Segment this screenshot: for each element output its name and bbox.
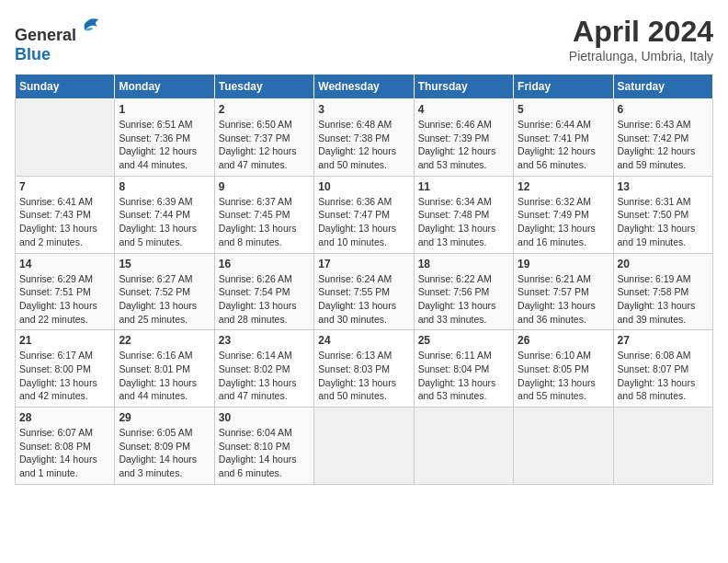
day-info: Sunrise: 6:37 AM Sunset: 7:45 PM Dayligh… — [219, 195, 310, 249]
calendar-cell: 8Sunrise: 6:39 AM Sunset: 7:44 PM Daylig… — [115, 176, 214, 253]
day-info: Sunrise: 6:46 AM Sunset: 7:39 PM Dayligh… — [418, 118, 509, 172]
calendar-cell: 5Sunrise: 6:44 AM Sunset: 7:41 PM Daylig… — [514, 99, 613, 177]
calendar-cell: 16Sunrise: 6:26 AM Sunset: 7:54 PM Dayli… — [214, 253, 313, 330]
calendar-cell: 30Sunrise: 6:04 AM Sunset: 8:10 PM Dayli… — [214, 408, 313, 485]
day-number: 19 — [518, 258, 609, 270]
calendar-cell: 28Sunrise: 6:07 AM Sunset: 8:08 PM Dayli… — [16, 408, 115, 485]
day-number: 5 — [518, 103, 609, 116]
week-row-2: 7Sunrise: 6:41 AM Sunset: 7:43 PM Daylig… — [16, 176, 713, 253]
day-info: Sunrise: 6:32 AM Sunset: 7:49 PM Dayligh… — [518, 195, 609, 249]
day-info: Sunrise: 6:14 AM Sunset: 8:02 PM Dayligh… — [219, 349, 310, 403]
calendar-cell: 1Sunrise: 6:51 AM Sunset: 7:36 PM Daylig… — [115, 99, 214, 177]
week-row-3: 14Sunrise: 6:29 AM Sunset: 7:51 PM Dayli… — [16, 253, 713, 330]
day-info: Sunrise: 6:34 AM Sunset: 7:48 PM Dayligh… — [418, 195, 509, 249]
calendar-cell: 4Sunrise: 6:46 AM Sunset: 7:39 PM Daylig… — [414, 99, 513, 177]
day-info: Sunrise: 6:11 AM Sunset: 8:04 PM Dayligh… — [418, 349, 509, 403]
day-number: 6 — [618, 103, 709, 116]
calendar-cell: 27Sunrise: 6:08 AM Sunset: 8:07 PM Dayli… — [613, 330, 712, 408]
calendar-cell: 13Sunrise: 6:31 AM Sunset: 7:50 PM Dayli… — [613, 176, 712, 253]
day-info: Sunrise: 6:04 AM Sunset: 8:10 PM Dayligh… — [219, 426, 310, 480]
day-number: 15 — [119, 258, 210, 270]
day-info: Sunrise: 6:27 AM Sunset: 7:52 PM Dayligh… — [119, 272, 210, 327]
week-row-5: 28Sunrise: 6:07 AM Sunset: 8:08 PM Dayli… — [16, 408, 713, 485]
day-number: 18 — [418, 258, 509, 270]
calendar-cell: 18Sunrise: 6:22 AM Sunset: 7:56 PM Dayli… — [414, 253, 513, 330]
day-info: Sunrise: 6:26 AM Sunset: 7:54 PM Dayligh… — [219, 272, 310, 327]
calendar-table: SundayMondayTuesdayWednesdayThursdayFrid… — [15, 74, 713, 485]
day-number: 21 — [19, 334, 110, 347]
day-info: Sunrise: 6:21 AM Sunset: 7:57 PM Dayligh… — [518, 272, 609, 327]
calendar-cell: 24Sunrise: 6:13 AM Sunset: 8:03 PM Dayli… — [314, 330, 414, 408]
day-info: Sunrise: 6:08 AM Sunset: 8:07 PM Dayligh… — [618, 349, 709, 403]
day-info: Sunrise: 6:31 AM Sunset: 7:50 PM Dayligh… — [618, 195, 709, 249]
day-number: 11 — [418, 180, 509, 193]
logo-general: General — [15, 26, 76, 44]
week-row-1: 1Sunrise: 6:51 AM Sunset: 7:36 PM Daylig… — [16, 99, 713, 177]
weekday-header-wednesday: Wednesday — [314, 75, 414, 99]
day-number: 17 — [318, 258, 409, 270]
calendar-cell: 7Sunrise: 6:41 AM Sunset: 7:43 PM Daylig… — [16, 176, 115, 253]
calendar-cell: 23Sunrise: 6:14 AM Sunset: 8:02 PM Dayli… — [214, 330, 313, 408]
calendar-cell: 3Sunrise: 6:48 AM Sunset: 7:38 PM Daylig… — [314, 99, 414, 177]
logo-bird-icon — [78, 15, 104, 40]
calendar-cell — [613, 408, 712, 485]
day-info: Sunrise: 6:44 AM Sunset: 7:41 PM Dayligh… — [518, 118, 609, 172]
day-number: 29 — [119, 411, 210, 424]
day-info: Sunrise: 6:48 AM Sunset: 7:38 PM Dayligh… — [318, 118, 409, 172]
day-number: 3 — [318, 103, 409, 116]
month-title: April 2024 — [569, 15, 713, 49]
calendar-cell: 26Sunrise: 6:10 AM Sunset: 8:05 PM Dayli… — [514, 330, 613, 408]
title-section: April 2024 Pietralunga, Umbria, Italy — [569, 15, 713, 63]
day-info: Sunrise: 6:13 AM Sunset: 8:03 PM Dayligh… — [318, 349, 409, 403]
day-number: 13 — [618, 180, 709, 193]
day-number: 8 — [119, 180, 210, 193]
day-info: Sunrise: 6:36 AM Sunset: 7:47 PM Dayligh… — [318, 195, 409, 249]
weekday-header-friday: Friday — [514, 75, 613, 99]
calendar-cell: 20Sunrise: 6:19 AM Sunset: 7:58 PM Dayli… — [613, 253, 712, 330]
weekday-header-saturday: Saturday — [613, 75, 712, 99]
day-number: 22 — [119, 334, 210, 347]
calendar-cell — [414, 408, 513, 485]
calendar-cell: 17Sunrise: 6:24 AM Sunset: 7:55 PM Dayli… — [314, 253, 414, 330]
calendar-cell: 12Sunrise: 6:32 AM Sunset: 7:49 PM Dayli… — [514, 176, 613, 253]
calendar-cell: 9Sunrise: 6:37 AM Sunset: 7:45 PM Daylig… — [214, 176, 313, 253]
day-info: Sunrise: 6:24 AM Sunset: 7:55 PM Dayligh… — [318, 272, 409, 327]
calendar-cell: 19Sunrise: 6:21 AM Sunset: 7:57 PM Dayli… — [514, 253, 613, 330]
weekday-header-sunday: Sunday — [16, 75, 115, 99]
calendar-cell: 11Sunrise: 6:34 AM Sunset: 7:48 PM Dayli… — [414, 176, 513, 253]
calendar-cell — [314, 408, 414, 485]
day-number: 4 — [418, 103, 509, 116]
calendar-cell: 15Sunrise: 6:27 AM Sunset: 7:52 PM Dayli… — [115, 253, 214, 330]
weekday-header-tuesday: Tuesday — [214, 75, 313, 99]
day-number: 7 — [19, 180, 110, 193]
calendar-cell: 10Sunrise: 6:36 AM Sunset: 7:47 PM Dayli… — [314, 176, 414, 253]
calendar-cell — [16, 99, 115, 177]
weekday-header-monday: Monday — [115, 75, 214, 99]
day-number: 12 — [518, 180, 609, 193]
day-number: 23 — [219, 334, 310, 347]
day-info: Sunrise: 6:41 AM Sunset: 7:43 PM Dayligh… — [19, 195, 110, 249]
logo: General Blue — [15, 15, 104, 64]
calendar-cell — [514, 408, 613, 485]
location: Pietralunga, Umbria, Italy — [569, 49, 713, 63]
day-info: Sunrise: 6:22 AM Sunset: 7:56 PM Dayligh… — [418, 272, 509, 327]
weekday-header-row: SundayMondayTuesdayWednesdayThursdayFrid… — [16, 75, 713, 99]
logo-text: General Blue — [15, 15, 104, 64]
day-number: 9 — [219, 180, 310, 193]
logo-blue: Blue — [15, 45, 51, 63]
day-info: Sunrise: 6:07 AM Sunset: 8:08 PM Dayligh… — [19, 426, 110, 480]
week-row-4: 21Sunrise: 6:17 AM Sunset: 8:00 PM Dayli… — [16, 330, 713, 408]
day-number: 16 — [219, 258, 310, 270]
day-number: 10 — [318, 180, 409, 193]
day-info: Sunrise: 6:10 AM Sunset: 8:05 PM Dayligh… — [518, 349, 609, 403]
day-info: Sunrise: 6:39 AM Sunset: 7:44 PM Dayligh… — [119, 195, 210, 249]
day-info: Sunrise: 6:51 AM Sunset: 7:36 PM Dayligh… — [119, 118, 210, 172]
day-number: 1 — [119, 103, 210, 116]
day-info: Sunrise: 6:16 AM Sunset: 8:01 PM Dayligh… — [119, 349, 210, 403]
day-number: 24 — [318, 334, 409, 347]
day-number: 2 — [219, 103, 310, 116]
day-number: 27 — [618, 334, 709, 347]
weekday-header-thursday: Thursday — [414, 75, 513, 99]
day-number: 30 — [219, 411, 310, 424]
calendar-cell: 6Sunrise: 6:43 AM Sunset: 7:42 PM Daylig… — [613, 99, 712, 177]
